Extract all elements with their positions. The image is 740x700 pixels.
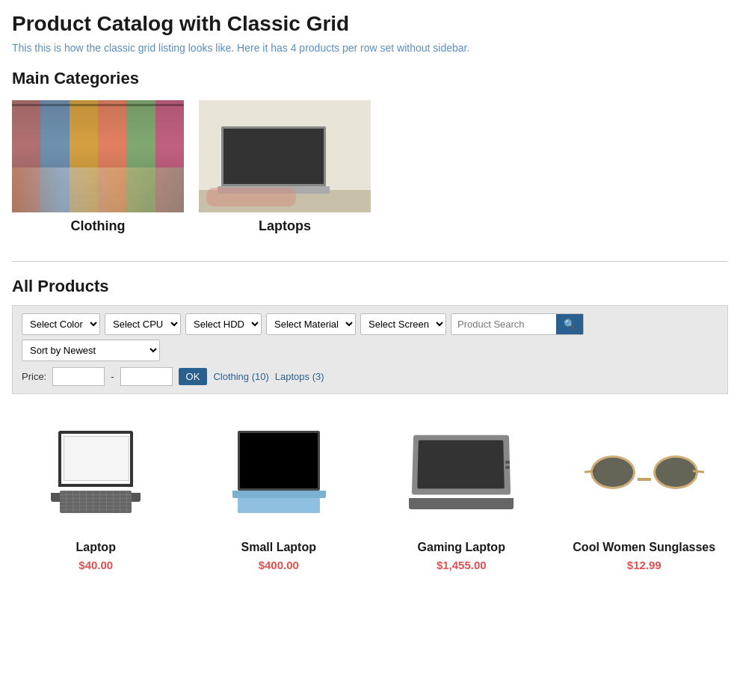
- product-name-sunglasses: Cool Women Sunglasses: [561, 541, 729, 554]
- search-wrapper: 🔍: [451, 313, 584, 335]
- hdd-select[interactable]: Select HDD: [185, 313, 262, 335]
- category-item-laptops[interactable]: Laptops: [199, 100, 371, 246]
- screen-select[interactable]: Select Screen: [360, 313, 446, 335]
- product-name-laptop: Laptop: [12, 541, 180, 554]
- all-products-heading: All Products: [12, 277, 728, 296]
- category-image-laptops: [199, 100, 371, 212]
- page-title: Product Catalog with Classic Grid: [12, 12, 728, 36]
- category-item-clothing[interactable]: Clothing: [12, 100, 184, 246]
- category-image-clothing: [12, 100, 184, 212]
- section-divider: [12, 261, 728, 262]
- product-item-sunglasses[interactable]: Cool Women Sunglasses $12.99: [561, 412, 729, 571]
- category-label-laptops: Laptops: [199, 212, 371, 246]
- page-subtitle: This this is how the classic grid listin…: [12, 42, 728, 54]
- filter-tags: Clothing (10) Laptops (3): [213, 371, 324, 382]
- product-image-sunglasses: [561, 412, 729, 532]
- product-price-laptop: $40.00: [12, 559, 180, 571]
- product-name-gaming-laptop: Gaming Laptop: [377, 541, 546, 554]
- filter-tag-clothing[interactable]: Clothing (10): [213, 371, 268, 382]
- filter-row-dropdowns: Select Color Select CPU Select HDD Selec…: [22, 313, 718, 361]
- category-label-clothing: Clothing: [12, 212, 184, 246]
- cpu-select[interactable]: Select CPU: [105, 313, 181, 335]
- product-image-small-laptop: [195, 412, 363, 532]
- color-select[interactable]: Select Color: [22, 313, 100, 335]
- price-separator: -: [111, 371, 114, 382]
- filter-tag-laptops[interactable]: Laptops (3): [275, 371, 324, 382]
- all-products-section: All Products Select Color Select CPU Sel…: [12, 277, 728, 571]
- price-label: Price:: [22, 371, 46, 382]
- product-image-gaming-laptop: [377, 412, 546, 532]
- categories-heading: Main Categories: [12, 69, 728, 88]
- price-filter-row: Price: - OK Clothing (10) Laptops (3): [22, 367, 718, 386]
- laptop-visual: [47, 431, 144, 513]
- product-item-laptop[interactable]: Laptop $40.00: [12, 412, 180, 571]
- small-laptop-visual: [230, 431, 327, 513]
- price-min-input[interactable]: [52, 367, 105, 386]
- product-price-small-laptop: $400.00: [195, 559, 363, 571]
- gaming-laptop-visual: [409, 435, 514, 509]
- categories-grid: Clothing Laptops: [12, 100, 728, 246]
- product-search-input[interactable]: [451, 315, 556, 334]
- material-select[interactable]: Select Material: [266, 313, 356, 335]
- price-max-input[interactable]: [120, 367, 173, 386]
- product-item-small-laptop[interactable]: Small Laptop $400.00: [195, 412, 363, 571]
- product-name-small-laptop: Small Laptop: [195, 541, 363, 554]
- products-grid: Laptop $40.00 Small Laptop $400.00: [12, 412, 728, 571]
- product-price-gaming-laptop: $1,455.00: [377, 559, 546, 571]
- product-price-sunglasses: $12.99: [561, 559, 729, 571]
- product-image-laptop: [12, 412, 180, 532]
- sort-select[interactable]: Sort by Newest Sort by Price: Low to Hig…: [22, 340, 160, 361]
- search-button[interactable]: 🔍: [556, 314, 583, 334]
- filter-bar: Select Color Select CPU Select HDD Selec…: [12, 305, 728, 394]
- price-ok-button[interactable]: OK: [179, 368, 208, 385]
- product-item-gaming-laptop[interactable]: Gaming Laptop $1,455.00: [377, 412, 546, 571]
- sunglasses-visual: [585, 442, 704, 502]
